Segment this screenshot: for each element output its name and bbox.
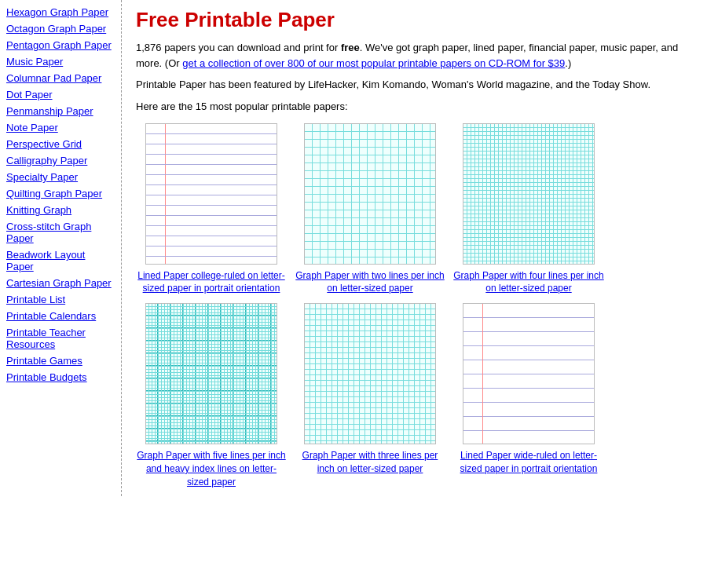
paper-label-graph-3lines[interactable]: Graph Paper with three lines per inch on… xyxy=(295,449,445,476)
paper-item-graph-5lines: Graph Paper with five lines per inch and… xyxy=(136,303,287,488)
sidebar-item-pentagon-graph-paper[interactable]: Pentagon Graph Paper xyxy=(6,39,115,51)
page-title: Free Printable Paper xyxy=(136,8,693,32)
intro-bold: free xyxy=(341,42,360,53)
intro-text-end: .) xyxy=(565,57,571,69)
paper-item-graph-4lines: Graph Paper with four lines per inch on … xyxy=(453,123,604,296)
sidebar-item-calligraphy-paper[interactable]: Calligraphy Paper xyxy=(6,155,115,166)
sidebar-item-note-paper[interactable]: Note Paper xyxy=(6,122,115,133)
intro-paragraph: 1,876 papers you can download and print … xyxy=(136,40,693,71)
sidebar-item-printable-list[interactable]: Printable List xyxy=(6,294,115,305)
paper-label-graph-5lines[interactable]: Graph Paper with five lines per inch and… xyxy=(136,449,287,488)
sidebar-item-quilting-graph-paper[interactable]: Quilting Graph Paper xyxy=(6,188,115,199)
paper-item-graph-2lines: Graph Paper with two lines per inch on l… xyxy=(295,123,445,296)
paper-thumb-lined-college xyxy=(145,123,277,265)
paper-label-lined-college[interactable]: Lined Paper college-ruled on letter-size… xyxy=(136,269,287,296)
cdrom-link[interactable]: get a collection of over 800 of our most… xyxy=(182,57,565,69)
sidebar-item-penmanship-paper[interactable]: Penmanship Paper xyxy=(6,105,115,117)
sidebar-item-octagon-graph-paper[interactable]: Octagon Graph Paper xyxy=(6,23,115,35)
paper-label-graph-4lines[interactable]: Graph Paper with four lines per inch on … xyxy=(453,269,604,296)
sidebar-item-printable-games[interactable]: Printable Games xyxy=(6,355,115,367)
sidebar-item-cross-stitch-graph-paper[interactable]: Cross-stitch Graph Paper xyxy=(6,221,115,244)
sidebar-item-hexagon-graph-paper[interactable]: Hexagon Graph Paper xyxy=(6,6,115,18)
sidebar-item-columnar-pad-paper[interactable]: Columnar Pad Paper xyxy=(6,72,115,84)
sidebar: Hexagon Graph PaperOctagon Graph PaperPe… xyxy=(0,0,122,496)
popular-label: Here are the 15 most popular printable p… xyxy=(136,100,693,112)
paper-thumb-graph-2lines xyxy=(304,123,436,265)
paper-item-lined-wide: Lined Paper wide-ruled on letter-sized p… xyxy=(453,303,604,488)
paper-thumb-graph-3lines xyxy=(304,303,436,444)
intro-text-start: 1,876 papers you can download and print … xyxy=(136,42,341,53)
paper-label-lined-wide[interactable]: Lined Paper wide-ruled on letter-sized p… xyxy=(453,449,604,476)
sidebar-item-dot-paper[interactable]: Dot Paper xyxy=(6,89,115,100)
paper-grid: Lined Paper college-ruled on letter-size… xyxy=(136,123,693,489)
paper-thumb-lined-wide xyxy=(463,303,595,444)
paper-label-graph-2lines[interactable]: Graph Paper with two lines per inch on l… xyxy=(295,269,445,296)
paper-item-lined-college: Lined Paper college-ruled on letter-size… xyxy=(136,123,287,296)
sidebar-item-beadwork-layout-paper[interactable]: Beadwork Layout Paper xyxy=(6,249,115,272)
sidebar-item-printable-budgets[interactable]: Printable Budgets xyxy=(6,371,115,383)
sidebar-item-knitting-graph[interactable]: Knitting Graph xyxy=(6,204,115,216)
featured-paragraph: Printable Paper has been featured by Lif… xyxy=(136,77,693,93)
main-content: Free Printable Paper 1,876 papers you ca… xyxy=(122,0,707,496)
paper-thumb-graph-5lines xyxy=(145,303,277,444)
paper-thumb-graph-4lines xyxy=(463,123,595,265)
sidebar-item-music-paper[interactable]: Music Paper xyxy=(6,56,115,68)
sidebar-item-specialty-paper[interactable]: Specialty Paper xyxy=(6,171,115,183)
sidebar-item-perspective-grid[interactable]: Perspective Grid xyxy=(6,138,115,150)
sidebar-item-cartesian-graph-paper[interactable]: Cartesian Graph Paper xyxy=(6,277,115,289)
sidebar-item-printable-teacher-resources[interactable]: Printable Teacher Resources xyxy=(6,327,115,350)
paper-item-graph-3lines: Graph Paper with three lines per inch on… xyxy=(295,303,445,488)
sidebar-item-printable-calendars[interactable]: Printable Calendars xyxy=(6,310,115,322)
